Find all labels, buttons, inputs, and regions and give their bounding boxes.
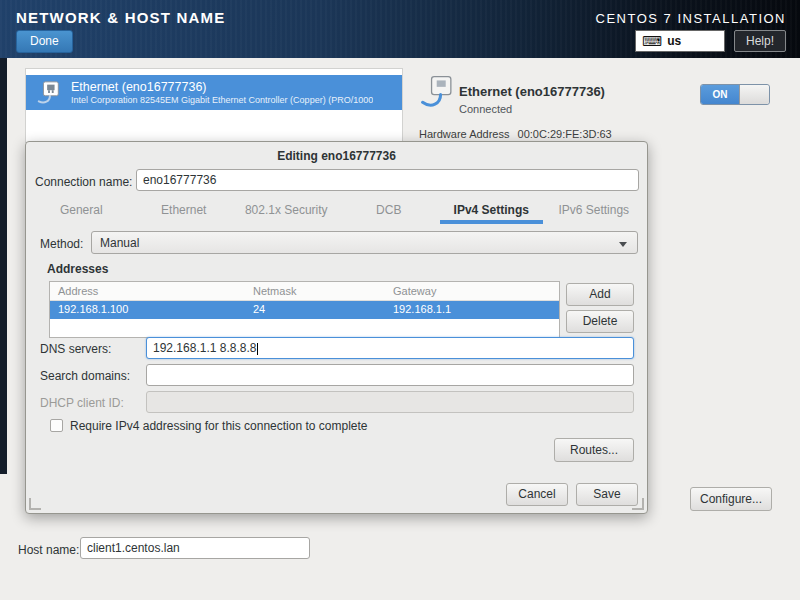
toggle-handle[interactable] bbox=[739, 85, 769, 104]
network-device-list: Ethernet (eno16777736) Intel Corporation… bbox=[25, 68, 403, 143]
text-cursor bbox=[257, 343, 258, 355]
cancel-button[interactable]: Cancel bbox=[506, 483, 568, 506]
add-address-button[interactable]: Add bbox=[566, 283, 634, 306]
dns-servers-input[interactable]: 192.168.1.1 8.8.8.8 bbox=[146, 337, 634, 359]
addresses-table[interactable]: Address Netmask Gateway 192.168.1.100 24… bbox=[49, 281, 560, 338]
connection-name-input[interactable]: eno16777736 bbox=[136, 169, 639, 191]
cell-gateway: 192.168.1.1 bbox=[385, 301, 559, 319]
page-title: NETWORK & HOST NAME bbox=[16, 9, 225, 26]
hardware-address-row: Hardware Address 00:0C:29:FE:3D:63 bbox=[419, 128, 612, 140]
dhcp-client-id-label: DHCP client ID: bbox=[40, 396, 124, 410]
chevron-down-icon bbox=[619, 242, 627, 247]
device-detail-title: Ethernet (eno16777736) bbox=[459, 84, 605, 99]
help-button[interactable]: Help! bbox=[734, 30, 786, 52]
addresses-table-header: Address Netmask Gateway bbox=[50, 282, 559, 301]
search-domains-input[interactable] bbox=[146, 364, 634, 386]
keyboard-layout-indicator[interactable]: ⌨ us bbox=[635, 30, 725, 52]
toggle-on-label: ON bbox=[701, 85, 739, 104]
hostname-label: Host name: bbox=[18, 543, 79, 557]
search-domains-label: Search domains: bbox=[40, 369, 130, 383]
routes-button[interactable]: Routes... bbox=[554, 438, 634, 462]
ethernet-plug-icon-large bbox=[420, 74, 456, 110]
tab-general[interactable]: General bbox=[30, 198, 133, 224]
edit-connection-dialog: Editing eno16777736 Connection name: eno… bbox=[25, 141, 648, 514]
cell-netmask: 24 bbox=[245, 301, 385, 319]
tab-ethernet[interactable]: Ethernet bbox=[133, 198, 236, 224]
device-status: Connected bbox=[459, 103, 512, 115]
device-list-item-ethernet[interactable]: Ethernet (eno16777736) Intel Corporation… bbox=[26, 75, 402, 110]
keyboard-icon: ⌨ bbox=[642, 34, 662, 48]
done-button[interactable]: Done bbox=[16, 30, 73, 53]
column-header-netmask: Netmask bbox=[245, 282, 385, 300]
tab-8021x-security[interactable]: 802.1x Security bbox=[235, 198, 338, 224]
keyboard-layout-label: us bbox=[667, 34, 681, 48]
device-subtitle: Intel Corporation 82545EM Gigabit Ethern… bbox=[71, 95, 373, 105]
dhcp-client-id-input bbox=[146, 391, 634, 413]
product-title: CENTOS 7 INSTALLATION bbox=[596, 11, 786, 26]
device-on-off-toggle[interactable]: ON bbox=[700, 84, 770, 105]
method-dropdown[interactable]: Manual bbox=[91, 231, 638, 254]
tab-dcb[interactable]: DCB bbox=[338, 198, 441, 224]
installer-header: NETWORK & HOST NAME Done CENTOS 7 INSTAL… bbox=[0, 0, 800, 58]
method-value: Manual bbox=[100, 236, 139, 250]
device-title: Ethernet (eno16777736) bbox=[71, 80, 373, 94]
method-label: Method: bbox=[40, 237, 83, 251]
dns-servers-label: DNS servers: bbox=[40, 342, 111, 356]
dialog-tabs: General Ethernet 802.1x Security DCB IPv… bbox=[30, 198, 645, 224]
tab-ipv6-settings[interactable]: IPv6 Settings bbox=[543, 198, 646, 224]
configure-button[interactable]: Configure... bbox=[690, 487, 772, 511]
save-button[interactable]: Save bbox=[576, 483, 638, 506]
hardware-address-label: Hardware Address bbox=[419, 128, 510, 140]
address-table-row[interactable]: 192.168.1.100 24 192.168.1.1 bbox=[50, 301, 559, 319]
tab-ipv4-settings[interactable]: IPv4 Settings bbox=[440, 198, 543, 224]
resize-grip-left[interactable] bbox=[29, 498, 41, 510]
resize-grip-right[interactable] bbox=[632, 498, 644, 510]
delete-address-button[interactable]: Delete bbox=[566, 310, 634, 333]
dialog-title: Editing eno16777736 bbox=[26, 149, 647, 163]
left-edge-strip bbox=[0, 58, 7, 474]
addresses-section-label: Addresses bbox=[47, 262, 108, 276]
column-header-address: Address bbox=[50, 282, 245, 300]
hostname-input[interactable]: client1.centos.lan bbox=[80, 537, 310, 559]
cell-address: 192.168.1.100 bbox=[50, 301, 245, 319]
require-ipv4-label: Require IPv4 addressing for this connect… bbox=[70, 419, 368, 433]
connection-name-label: Connection name: bbox=[35, 175, 132, 189]
require-ipv4-checkbox[interactable] bbox=[50, 419, 63, 432]
dns-servers-value: 192.168.1.1 8.8.8.8 bbox=[153, 341, 256, 355]
column-header-gateway: Gateway bbox=[385, 282, 559, 300]
ethernet-plug-icon bbox=[36, 80, 62, 106]
hardware-address-value: 00:0C:29:FE:3D:63 bbox=[518, 128, 612, 140]
